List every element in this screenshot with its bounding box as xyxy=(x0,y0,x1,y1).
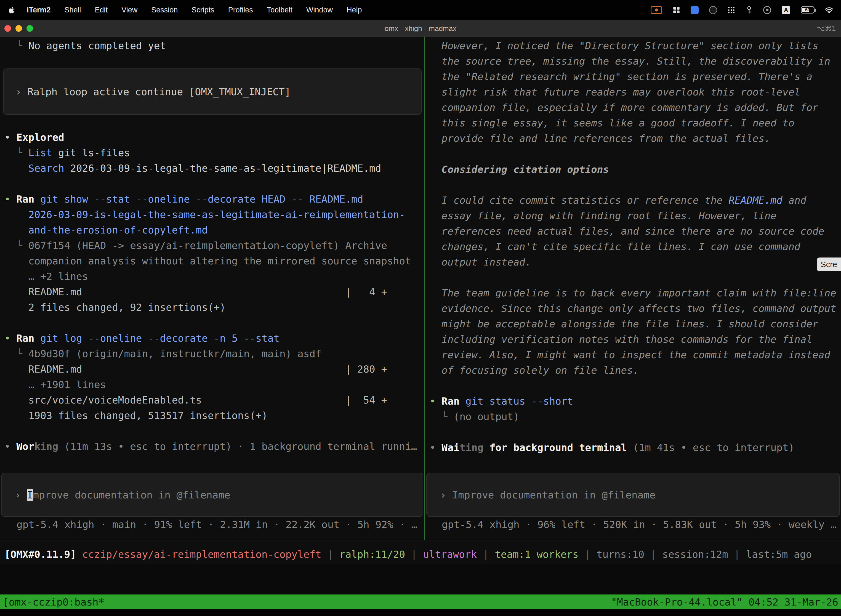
status-segment: cczip/essay/ai-reimplementation-copyleft xyxy=(82,549,321,560)
menu-item-window[interactable]: Window xyxy=(306,6,333,14)
terminal-line: evidence. Since this change only affects… xyxy=(425,301,841,316)
left-prompt-input[interactable]: › I mprove documentation in @filename xyxy=(1,473,423,517)
terminal-line: essay file, along with finding root file… xyxy=(425,208,841,224)
menu-item-iterm2[interactable]: iTerm2 xyxy=(27,6,51,14)
input-text: mprove documentation in @filename xyxy=(33,489,230,501)
prompt-chevron: › xyxy=(15,86,22,97)
status-segment: ralph:11/20 xyxy=(339,549,405,560)
window-grid-icon[interactable] xyxy=(673,6,680,14)
menu-item-shell[interactable]: Shell xyxy=(64,6,81,14)
left-pane-spacer xyxy=(0,454,424,473)
window-shortcut-badge: ⌥⌘1 xyxy=(817,25,836,32)
terminal-line: and-the-erosion-of-copyleft.md xyxy=(0,223,424,238)
terminal-line: However, I noticed the "Directory Struct… xyxy=(425,38,841,54)
key-icon[interactable] xyxy=(746,6,753,14)
battery-percent: 61 xyxy=(801,7,814,13)
terminal-line xyxy=(425,378,841,393)
status-segment: ultrawork xyxy=(423,549,477,560)
terminal-line: └ (no output) xyxy=(425,409,841,424)
footer-gap xyxy=(0,564,841,594)
bottom-strip xyxy=(0,609,841,616)
terminal-line: companion file, especially if more comme… xyxy=(425,100,841,115)
terminal-line xyxy=(425,146,841,162)
terminal-line: … +2 lines xyxy=(0,269,424,284)
status-segment: turns:10 xyxy=(596,549,644,560)
terminal-line: • Ran git log --oneline --decorate -n 5 … xyxy=(0,331,424,346)
status-segment: | xyxy=(644,549,662,560)
status-segment: | xyxy=(579,549,596,560)
terminal-line: provide file and line references from th… xyxy=(425,131,841,146)
terminal-line: └ 067f154 (HEAD -> essay/ai-reimplementa… xyxy=(0,238,424,253)
wifi-icon[interactable] xyxy=(825,7,833,13)
terminal-line: the "Related research writing" section i… xyxy=(425,69,841,84)
terminal-line: Search 2026-03-09-is-legal-the-same-as-l… xyxy=(0,161,424,176)
terminal-line: └ No agents completed yet xyxy=(0,38,424,54)
terminal-line: The team guideline is to back every impo… xyxy=(425,285,841,301)
menu-item-toolbelt[interactable]: Toolbelt xyxy=(267,6,293,14)
status-segment: | xyxy=(728,549,746,560)
terminal-line: review. Also, I might want to inspect th… xyxy=(425,347,841,363)
input-text: Improve documentation in @filename xyxy=(452,489,656,501)
terminal-line: companion analysis without altering the … xyxy=(0,253,424,269)
terminal-line: of focusing solely on file lines. xyxy=(425,363,841,378)
terminal-line: 2 files changed, 92 insertions(+) xyxy=(0,300,424,315)
menu-item-help[interactable]: Help xyxy=(347,6,362,14)
terminal-line: … +1901 lines xyxy=(0,377,424,392)
left-scrollback-top: └ No agents completed yet xyxy=(0,38,424,54)
menu-bar-status-icons: A 61 xyxy=(651,6,833,14)
status-segment: | xyxy=(321,549,339,560)
terminal-line: README.md | 280 + xyxy=(0,362,424,377)
omx-status-bar: [OMX#0.11.9] cczip/essay/ai-reimplementa… xyxy=(0,540,841,564)
input-source-icon[interactable]: A xyxy=(782,6,790,14)
terminal-line: 1903 files changed, 513517 insertions(+) xyxy=(0,408,424,423)
clipped-tooltip[interactable]: Scre xyxy=(817,258,841,271)
ralph-inject-text: Ralph loop active continue [OMX_TMUX_INJ… xyxy=(28,86,291,97)
terminal-line: • Waiting for background terminal (1m 41… xyxy=(425,440,841,455)
terminal-line: └ 4b9d30f (origin/main, instructkr/main,… xyxy=(0,346,424,362)
blue-app-icon[interactable] xyxy=(691,6,699,14)
status-segment: | xyxy=(405,549,423,560)
terminal-line: including verification notes with those … xyxy=(425,332,841,347)
status-segment xyxy=(76,549,82,560)
dark-app-icon[interactable] xyxy=(709,6,717,14)
terminal-line: changes, I can't cite specific file line… xyxy=(425,239,841,254)
terminal-line xyxy=(425,424,841,440)
screen-recording-indicator[interactable] xyxy=(651,6,662,14)
terminal-line: • Ran git show --stat --oneline --decora… xyxy=(0,192,424,207)
terminal: └ No agents completed yet › Ralph loop a… xyxy=(0,37,841,540)
right-prompt-input[interactable]: › Improve documentation in @filename xyxy=(426,473,840,517)
tmux-window-name[interactable]: [omx-cczip0:bash* xyxy=(3,596,104,608)
terminal-line: this single essay, it seems like a good … xyxy=(425,115,841,131)
left-model-status-line: gpt-5.4 xhigh · main · 91% left · 2.31M … xyxy=(0,517,424,532)
terminal-line: I could cite commit statistics or refere… xyxy=(425,193,841,208)
input-source-label: A xyxy=(784,7,788,13)
terminal-line xyxy=(0,315,424,331)
menu-item-edit[interactable]: Edit xyxy=(95,6,108,14)
ring-app-icon[interactable] xyxy=(763,6,771,14)
apple-logo-icon xyxy=(8,6,15,14)
terminal-line: Considering citation options xyxy=(425,162,841,177)
terminal-line xyxy=(0,423,424,439)
prompt-chevron: › xyxy=(15,489,21,501)
terminal-line: └ List git ls-files xyxy=(0,145,424,161)
app-grid-icon[interactable] xyxy=(728,6,735,14)
battery-icon[interactable]: 61 xyxy=(801,6,815,13)
text-cursor: I xyxy=(27,489,33,501)
terminal-line: might be acceptable alongside the file l… xyxy=(425,316,841,332)
apple-menu[interactable] xyxy=(8,6,15,14)
status-segment: [OMX#0.11.9] xyxy=(4,549,76,560)
menu-item-scripts[interactable]: Scripts xyxy=(192,6,214,14)
menu-bar: iTerm2ShellEditViewSessionScriptsProfile… xyxy=(0,0,841,20)
terminal-line: the source tree, missing the essay. Stil… xyxy=(425,54,841,69)
menu-item-view[interactable]: View xyxy=(122,6,138,14)
status-segment: last:5m ago xyxy=(746,549,812,560)
right-pane: However, I noticed the "Directory Struct… xyxy=(425,37,841,540)
menu-item-session[interactable]: Session xyxy=(151,6,178,14)
terminal-line xyxy=(0,176,424,192)
left-scrollback: • Explored └ List git ls-files Search 20… xyxy=(0,130,424,454)
terminal-line: • Explored xyxy=(0,130,424,145)
terminal-line: references need actual files, and since … xyxy=(425,224,841,239)
menu-item-profiles[interactable]: Profiles xyxy=(228,6,253,14)
tmux-status-bar: [omx-cczip0:bash* "MacBook-Pro-44.local"… xyxy=(0,594,841,609)
terminal-line xyxy=(425,177,841,193)
